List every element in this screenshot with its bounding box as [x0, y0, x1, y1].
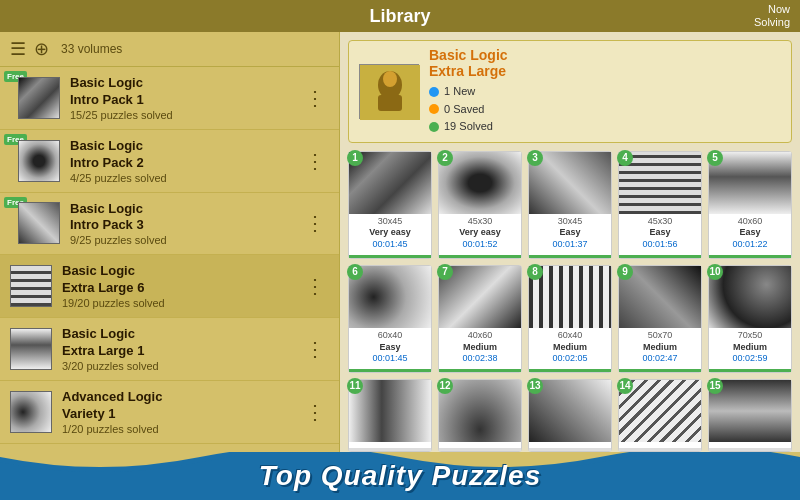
- progress-fill: [349, 255, 431, 258]
- puzzle-size: 45x30: [442, 216, 518, 228]
- puzzle-item-2[interactable]: 2 45x30 Very easy 00:01:52: [438, 151, 522, 259]
- puzzle-info: [439, 442, 521, 446]
- stat-count: 1: [444, 83, 450, 101]
- puzzle-info: [709, 442, 791, 446]
- puzzle-difficulty: Very easy: [352, 227, 428, 239]
- puzzle-size: 70x50: [712, 330, 788, 342]
- pack-stats: 1 New 0 Saved 19 Solved: [429, 83, 508, 136]
- sidebar-item-6[interactable]: Advanced Logic Variety 1 1/20 puzzles so…: [0, 381, 339, 444]
- list-icon[interactable]: ☰: [10, 38, 26, 60]
- puzzle-difficulty: Very easy: [442, 227, 518, 239]
- puzzle-time: 00:01:37: [532, 239, 608, 251]
- puzzle-item-10[interactable]: 10 70x50 Medium 00:02:59: [708, 265, 792, 373]
- puzzle-size: 40x60: [712, 216, 788, 228]
- sidebar: ☰ ⊕ 33 volumes Free Basic Logic Intro Pa…: [0, 32, 340, 452]
- puzzle-time: 00:01:56: [622, 239, 698, 251]
- stat-count: 19: [444, 118, 456, 136]
- puzzle-number: 4: [617, 150, 633, 166]
- now-solving: Now Solving: [754, 3, 790, 29]
- puzzle-info: 40x60 Easy 00:01:22: [709, 214, 791, 253]
- puzzle-item-15[interactable]: 15: [708, 379, 792, 452]
- progress-bar: [619, 448, 701, 451]
- puzzle-item-1[interactable]: 1 30x45 Very easy 00:01:45: [348, 151, 432, 259]
- item-thumb: [10, 328, 52, 370]
- puzzle-number: 6: [347, 264, 363, 280]
- item-subtitle: 19/20 puzzles solved: [62, 297, 301, 309]
- progress-bar: [709, 369, 791, 372]
- puzzle-number: 9: [617, 264, 633, 280]
- stat-label: New: [453, 83, 475, 101]
- filter-icon[interactable]: ⊕: [34, 38, 49, 60]
- puzzle-time: 00:01:52: [442, 239, 518, 251]
- puzzle-info: [619, 442, 701, 446]
- more-button[interactable]: ⋮: [301, 337, 329, 361]
- puzzle-item-9[interactable]: 9 50x70 Medium 00:02:47: [618, 265, 702, 373]
- progress-fill: [619, 255, 701, 258]
- puzzle-time: 00:02:38: [442, 353, 518, 365]
- item-thumb: [10, 265, 52, 307]
- more-button[interactable]: ⋮: [301, 211, 329, 235]
- sidebar-item-1[interactable]: Free Basic Logic Intro Pack 1 15/25 puzz…: [0, 67, 339, 130]
- puzzle-item-12[interactable]: 12: [438, 379, 522, 452]
- item-title: Basic Logic Intro Pack 2: [70, 138, 301, 172]
- progress-bar: [619, 255, 701, 258]
- puzzle-number: 2: [437, 150, 453, 166]
- puzzle-size: 60x40: [352, 330, 428, 342]
- puzzle-time: 00:02:59: [712, 353, 788, 365]
- item-info: Basic Logic Intro Pack 2 4/25 puzzles so…: [70, 138, 301, 184]
- progress-fill: [439, 369, 521, 372]
- puzzle-item-13[interactable]: 13: [528, 379, 612, 452]
- item-title: Basic Logic Extra Large 6: [62, 263, 301, 297]
- item-thumb: [18, 140, 60, 182]
- puzzle-item-14[interactable]: 14: [618, 379, 702, 452]
- more-button[interactable]: ⋮: [301, 400, 329, 424]
- progress-bar: [529, 255, 611, 258]
- puzzle-difficulty: Easy: [352, 342, 428, 354]
- pack-header: Basic Logic Extra Large 1 New 0 Saved 19…: [348, 40, 792, 143]
- item-thumb: [18, 202, 60, 244]
- puzzle-info: [529, 442, 611, 446]
- sidebar-item-4[interactable]: Basic Logic Extra Large 6 19/20 puzzles …: [0, 255, 339, 318]
- stat-dot: [429, 122, 439, 132]
- puzzle-item-4[interactable]: 4 45x30 Easy 00:01:56: [618, 151, 702, 259]
- puzzle-difficulty: Medium: [622, 342, 698, 354]
- pack-header-thumb: [359, 64, 419, 119]
- puzzle-number: 3: [527, 150, 543, 166]
- sidebar-item-5[interactable]: Basic Logic Extra Large 1 3/20 puzzles s…: [0, 318, 339, 381]
- more-button[interactable]: ⋮: [301, 149, 329, 173]
- item-title: Basic Logic Intro Pack 3: [70, 201, 301, 235]
- puzzle-number: 15: [707, 378, 723, 394]
- puzzle-size: 45x30: [622, 216, 698, 228]
- puzzle-item-11[interactable]: 11: [348, 379, 432, 452]
- puzzle-difficulty: Medium: [532, 342, 608, 354]
- item-subtitle: 15/25 puzzles solved: [70, 109, 301, 121]
- puzzle-item-3[interactable]: 3 30x45 Easy 00:01:37: [528, 151, 612, 259]
- progress-fill: [439, 255, 521, 258]
- item-title: Basic Logic Extra Large 1: [62, 326, 301, 360]
- puzzle-item-5[interactable]: 5 40x60 Easy 00:01:22: [708, 151, 792, 259]
- stat-row-green: 19 Solved: [429, 118, 508, 136]
- pack-header-info: Basic Logic Extra Large 1 New 0 Saved 19…: [429, 47, 508, 136]
- puzzle-info: 70x50 Medium 00:02:59: [709, 328, 791, 367]
- puzzle-number: 5: [707, 150, 723, 166]
- puzzle-item-8[interactable]: 8 60x40 Medium 00:02:05: [528, 265, 612, 373]
- content-area: Basic Logic Extra Large 1 New 0 Saved 19…: [340, 32, 800, 452]
- puzzle-item-6[interactable]: 6 60x40 Easy 00:01:45: [348, 265, 432, 373]
- sidebar-items-container: Free Basic Logic Intro Pack 1 15/25 puzz…: [0, 67, 339, 444]
- more-button[interactable]: ⋮: [301, 86, 329, 110]
- puzzle-size: 50x70: [622, 330, 698, 342]
- stat-count: 0: [444, 101, 450, 119]
- puzzle-difficulty: Medium: [712, 342, 788, 354]
- puzzle-time: 00:01:45: [352, 239, 428, 251]
- puzzle-time: 00:02:05: [532, 353, 608, 365]
- sidebar-item-2[interactable]: Free Basic Logic Intro Pack 2 4/25 puzzl…: [0, 130, 339, 193]
- puzzle-item-7[interactable]: 7 40x60 Medium 00:02:38: [438, 265, 522, 373]
- puzzle-info: 60x40 Medium 00:02:05: [529, 328, 611, 367]
- puzzle-size: 30x45: [352, 216, 428, 228]
- stat-row-orange: 0 Saved: [429, 101, 508, 119]
- more-button[interactable]: ⋮: [301, 274, 329, 298]
- stat-dot: [429, 104, 439, 114]
- item-thumb: [18, 77, 60, 119]
- progress-bar: [349, 369, 431, 372]
- sidebar-item-3[interactable]: Free Basic Logic Intro Pack 3 9/25 puzzl…: [0, 193, 339, 256]
